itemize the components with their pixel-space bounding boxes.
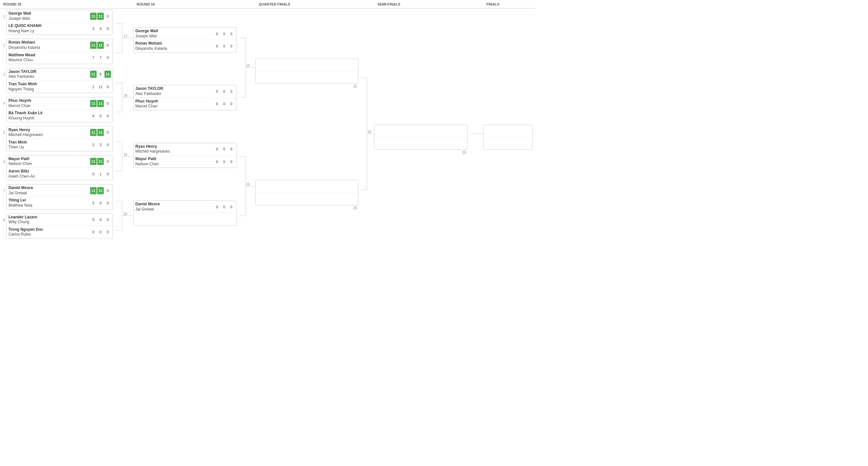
quarterfinals-column: QUARTER FINALS 25 xyxy=(255,0,361,301)
r16-sc-19b-3: 0 xyxy=(228,158,235,165)
match-box-3: Jason TAYLORAlex Fairbanks 11 8 11 Tran … xyxy=(6,68,113,93)
team-box-3: Jason TAYLORAlex Fairbanks 11 8 11 Tran … xyxy=(6,68,113,93)
match-box-4: Phuc HuynhMarcel Chan 11 11 0 Bá Thanh X… xyxy=(6,97,113,122)
score-1a-2: 11 xyxy=(97,13,104,20)
match-box-1: George WallJoseph Wild 11 11 0 LE QUOC K… xyxy=(6,10,113,35)
score-1a-3: 0 xyxy=(104,13,111,20)
team-row-7b: Yiting LeiMatthew Nola 5 0 0 xyxy=(7,196,113,209)
team-name-5b: Tran MinhThien Uy xyxy=(8,140,89,150)
connector-svg-r16-qf: 25 26 xyxy=(239,8,255,301)
r16-sc-18b-3: 0 xyxy=(228,100,235,107)
qf-row-25a xyxy=(256,59,358,71)
r32-matchup-6: 6 Mayur PatilNeilson Chen 11 11 0 A xyxy=(1,155,113,180)
r16-team-19a: Ryan HenryMitchell Hargreaves xyxy=(135,144,212,154)
match-number-8: 8 xyxy=(1,214,6,222)
team-row-2b: Matthew MeadMaurice Chou 7 7 0 xyxy=(7,52,113,64)
match-number-2: 2 xyxy=(1,39,6,47)
score-2a-1: 11 xyxy=(90,42,97,49)
team-row-1b: LE QUOC KHANHHoang Nam Ly 3 4 0 xyxy=(7,22,113,34)
team-row-2a: Ronav MotianiDivyanshu Kataria 11 11 0 xyxy=(7,39,113,51)
r16-team-17a: George WallJoseph Wild xyxy=(135,29,212,39)
score-4a-3: 0 xyxy=(104,100,111,107)
sf-row-29a xyxy=(374,125,467,137)
score-3b-2: 11 xyxy=(97,83,104,90)
r16-scores-20a: 0 0 0 xyxy=(214,204,235,211)
team-row-6b: Aaron BlitzHsieh Chen-An 0 1 0 xyxy=(7,167,113,180)
score-3b-1: 2 xyxy=(90,83,97,90)
r16-sc-20b-1 xyxy=(214,216,220,223)
sf-team-29b xyxy=(376,138,466,148)
finals-box xyxy=(483,125,533,150)
team-row-4a: Phuc HuynhMarcel Chan 11 11 0 xyxy=(7,97,113,110)
score-2b-1: 7 xyxy=(90,54,97,61)
score-6b-3: 0 xyxy=(104,170,111,178)
team-box-8: Leander LazaroWilly Chung 0 0 0 Trong Ng… xyxy=(6,214,113,239)
qf-row-26b xyxy=(256,193,358,205)
team-name-6a: Mayur PatilNeilson Chen xyxy=(8,157,89,166)
score-7a-2: 11 xyxy=(97,187,104,194)
score-8b-1: 0 xyxy=(90,228,97,236)
match-number-6: 6 xyxy=(1,155,6,164)
scores-7b: 5 0 0 xyxy=(90,199,111,207)
score-4a-1: 11 xyxy=(90,100,97,107)
r16-sc-18a-3: 0 xyxy=(228,88,235,95)
scores-1a: 11 11 0 xyxy=(90,13,111,20)
score-1b-1: 3 xyxy=(90,25,97,32)
score-7b-2: 0 xyxy=(97,199,104,207)
score-8a-3: 0 xyxy=(104,216,111,223)
match-box-8: Leander LazaroWilly Chung 0 0 0 Trong Ng… xyxy=(6,214,113,239)
team-name-8b: Trong Nguyen DucCarlos Rubio xyxy=(8,227,89,237)
r16-team-20b xyxy=(135,214,212,224)
connector-sf-fin xyxy=(470,0,483,301)
score-3a-3: 11 xyxy=(104,71,111,78)
team-row-5b: Tran MinhThien Uy 2 2 0 xyxy=(7,138,113,151)
score-7b-1: 5 xyxy=(90,199,97,207)
team-name-3a: Jason TAYLORAlex Fairbanks xyxy=(8,69,89,80)
semifinals-column: SEMI-FINALS 29 xyxy=(374,0,470,301)
finals-team-b xyxy=(485,138,531,148)
svg-text:17: 17 xyxy=(124,34,127,38)
r32-matchup-3: 3 Jason TAYLORAlex Fairbanks 11 8 11 xyxy=(1,68,113,93)
r32-matchup-5: 5 Ryan HenryMitchell Hargreaves 11 11 0 xyxy=(1,126,113,151)
match-box-5: Ryan HenryMitchell Hargreaves 11 11 0 Tr… xyxy=(6,126,113,151)
team-name-6b: Aaron BlitzHsieh Chen-An xyxy=(8,169,89,179)
score-4b-2: 0 xyxy=(97,112,104,119)
bracket-container: ROUND 32 1 George WallJoseph Wild 11 11 … xyxy=(0,0,868,301)
round32-column: ROUND 32 1 George WallJoseph Wild 11 11 … xyxy=(0,0,116,301)
sf-row-29b xyxy=(374,137,467,149)
score-6b-1: 0 xyxy=(90,170,97,178)
score-4a-2: 11 xyxy=(97,100,104,107)
team-row-3b: Tran Tuan MinhNguyen Thang 2 11 9 xyxy=(7,81,113,93)
finals-row-a xyxy=(484,125,532,137)
r16-scores-20b xyxy=(214,216,235,223)
match-box-6: Mayur PatilNeilson Chen 11 11 0 Aaron Bl… xyxy=(6,155,113,180)
score-6b-2: 1 xyxy=(97,170,104,178)
score-5b-1: 2 xyxy=(90,141,97,148)
team-name-3b: Tran Tuan MinhNguyen Thang xyxy=(8,82,89,92)
score-4b-1: 6 xyxy=(90,112,97,119)
score-2a-2: 11 xyxy=(97,42,104,49)
score-7b-3: 0 xyxy=(104,199,111,207)
r32-matchup-8: 8 Leander LazaroWilly Chung 0 0 0 T xyxy=(1,214,113,239)
scores-1b: 3 4 0 xyxy=(90,25,111,32)
sf-bracket-id-29: 29 xyxy=(374,150,467,154)
match-number-4: 4 xyxy=(1,97,6,105)
scores-3a: 11 8 11 xyxy=(90,71,111,78)
r16-row-17b: Ronav MotianiDivyanshu Kataria 0 0 0 xyxy=(134,40,236,52)
r16-row-20b xyxy=(134,213,236,225)
r16-sc-19b-2: 0 xyxy=(221,158,227,165)
finals-row-b xyxy=(484,137,532,149)
score-4b-3: 0 xyxy=(104,112,111,119)
r16-sc-17a-1: 0 xyxy=(214,30,220,37)
scores-3b: 2 11 9 xyxy=(90,83,111,90)
connector-svg-sf-fin xyxy=(470,8,483,301)
connector-svg-qf-sf: 29 xyxy=(361,8,374,301)
qf-box-26 xyxy=(255,180,359,205)
r16-match-17: George WallJoseph Wild 0 0 0 Ronav Motia… xyxy=(133,27,237,52)
finals-header: FINALS xyxy=(483,0,535,8)
score-5a-2: 11 xyxy=(97,129,104,136)
r32-matchup-2: 2 Ronav MotianiDivyanshu Kataria 11 11 0 xyxy=(1,39,113,64)
r16-match-19: Ryan HenryMitchell Hargreaves 0 0 0 Mayu… xyxy=(133,143,237,168)
team-row-6a: Mayur PatilNeilson Chen 11 11 0 xyxy=(7,156,113,167)
match-box-7: Daniel MooreJai Grewal 11 11 0 Yiting Le… xyxy=(6,184,113,209)
